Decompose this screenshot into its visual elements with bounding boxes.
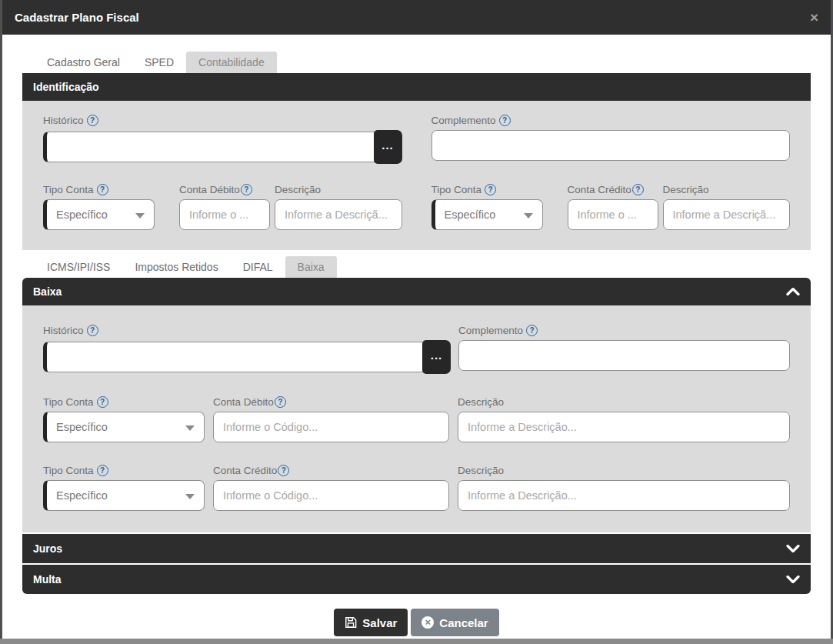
conta-credito-input[interactable]: [568, 199, 658, 230]
complemento-label: Complemento ?: [458, 325, 790, 336]
descricao-label: Descrição: [663, 184, 791, 195]
multa-header-label: Multa: [33, 573, 62, 586]
baixa-descricao-debito-input[interactable]: [458, 412, 790, 442]
multa-header[interactable]: Multa: [22, 565, 811, 594]
tab-baixa[interactable]: Baixa: [285, 256, 337, 278]
help-icon[interactable]: ?: [485, 184, 496, 195]
historico-lookup-button[interactable]: ...: [374, 130, 402, 164]
juros-header[interactable]: Juros: [22, 534, 811, 563]
baixa-header[interactable]: Baixa: [22, 278, 811, 305]
tab-impostos-retidos[interactable]: Impostos Retidos: [122, 256, 230, 278]
help-icon[interactable]: ?: [97, 396, 108, 408]
chevron-down-icon: [185, 425, 195, 431]
baixa-historico-field: Histórico ? ...: [43, 325, 451, 374]
identificacao-debito-group: Tipo Conta ? Específico Conta: [43, 184, 402, 230]
help-icon[interactable]: ?: [87, 115, 98, 126]
chevron-down-icon[interactable]: [786, 545, 800, 552]
descricao-label: Descrição: [275, 184, 402, 195]
save-icon: [345, 616, 357, 629]
baixa-accordion: Baixa Histórico ?: [22, 278, 811, 532]
tipo-conta-label: Tipo Conta ?: [43, 184, 155, 195]
modal-body: Cadastro Geral SPED Contabilidade Identi…: [2, 35, 831, 636]
help-icon[interactable]: ?: [241, 184, 252, 195]
baixa-historico-lookup-button[interactable]: ...: [422, 340, 451, 374]
tipo-conta-credito-select[interactable]: Específico: [431, 199, 543, 230]
tipo-conta-label: Tipo Conta ?: [43, 465, 205, 476]
modal-title: Cadastrar Plano Fiscal: [15, 11, 139, 24]
identificacao-historico-field: Histórico ? ...: [43, 115, 402, 164]
historico-label: Histórico ?: [43, 325, 451, 336]
tab-icms-ipi-iss[interactable]: ICMS/IPI/ISS: [35, 256, 122, 278]
historico-input[interactable]: [43, 132, 376, 162]
conta-debito-label: Conta Débito ?: [213, 396, 449, 408]
tipo-conta-label: Tipo Conta ?: [43, 396, 205, 408]
baixa-debito-row: Tipo Conta ? Específico Conta Débito: [43, 396, 790, 442]
complemento-label: Complemento ?: [431, 115, 791, 126]
page-bottom-strip: [0, 639, 833, 644]
conta-debito-input[interactable]: [179, 199, 270, 230]
cadastrar-plano-fiscal-modal: Cadastrar Plano Fiscal × Cadastro Geral …: [2, 0, 831, 639]
modal-overlay: Cadastrar Plano Fiscal × Cadastro Geral …: [0, 0, 833, 644]
tab-cadastro-geral[interactable]: Cadastro Geral: [35, 52, 132, 73]
conta-debito-label: Conta Débito ?: [179, 184, 270, 195]
descricao-debito-input[interactable]: [275, 199, 402, 230]
baixa-complemento-field: Complemento ?: [458, 325, 790, 374]
help-icon[interactable]: ?: [275, 396, 286, 408]
tipo-conta-label: Tipo Conta ?: [431, 184, 543, 195]
help-icon[interactable]: ?: [97, 184, 108, 195]
sub-tabs: ICMS/IPI/ISS Impostos Retidos DIFAL Baix…: [35, 256, 811, 278]
help-icon[interactable]: ?: [87, 325, 98, 336]
help-icon[interactable]: ?: [632, 184, 644, 195]
identificacao-credito-group: Tipo Conta ? Específico Conta: [431, 184, 791, 230]
cancel-button-label: Cancelar: [439, 616, 488, 629]
baixa-descricao-credito-input[interactable]: [458, 480, 790, 511]
chevron-down-icon[interactable]: [786, 576, 800, 583]
descricao-label: Descrição: [458, 396, 790, 408]
conta-credito-label: Conta Crédito ?: [568, 184, 658, 195]
modal-titlebar: Cadastrar Plano Fiscal ×: [2, 0, 831, 35]
juros-header-label: Juros: [33, 542, 62, 555]
baixa-body: Histórico ? ... Complemento ?: [22, 305, 811, 532]
baixa-complemento-input[interactable]: [458, 340, 790, 371]
save-button[interactable]: Salvar: [334, 609, 408, 636]
close-icon[interactable]: ×: [810, 10, 818, 25]
identificacao-panel: Identificação Histórico ? ...: [22, 73, 811, 250]
tab-difal[interactable]: DIFAL: [231, 256, 285, 278]
chevron-down-icon: [524, 213, 533, 219]
baixa-tipo-conta-credito-select[interactable]: Específico: [43, 480, 205, 511]
help-icon[interactable]: ?: [278, 465, 289, 476]
identificacao-header-label: Identificação: [33, 81, 99, 93]
help-icon[interactable]: ?: [526, 325, 538, 336]
help-icon[interactable]: ?: [97, 465, 108, 476]
chevron-down-icon: [135, 213, 145, 219]
baixa-credito-row: Tipo Conta ? Específico Conta Crédito: [43, 465, 790, 511]
identificacao-header: Identificação: [22, 73, 811, 101]
save-button-label: Salvar: [362, 616, 397, 629]
main-tabs: Cadastro Geral SPED Contabilidade: [35, 52, 811, 73]
help-icon[interactable]: ?: [499, 115, 511, 126]
complemento-input[interactable]: [431, 130, 791, 161]
identificacao-complemento-field: Complemento ?: [431, 115, 791, 164]
descricao-credito-input[interactable]: [663, 199, 791, 230]
cancel-button[interactable]: × Cancelar: [411, 609, 498, 636]
baixa-historico-input[interactable]: [43, 342, 425, 372]
baixa-tipo-conta-debito-select[interactable]: Específico: [43, 412, 205, 442]
tab-contabilidade[interactable]: Contabilidade: [186, 52, 277, 73]
descricao-label: Descrição: [458, 465, 790, 476]
modal-footer: Salvar × Cancelar: [22, 609, 811, 636]
tab-sped[interactable]: SPED: [132, 52, 186, 73]
chevron-up-icon[interactable]: [786, 288, 800, 295]
identificacao-body: Histórico ? ... Complemento ?: [22, 101, 811, 250]
cancel-icon: ×: [421, 616, 434, 629]
baixa-conta-debito-input[interactable]: [213, 412, 449, 442]
conta-credito-label: Conta Crédito ?: [213, 465, 449, 476]
chevron-down-icon: [185, 494, 195, 499]
baixa-header-label: Baixa: [33, 285, 62, 298]
tipo-conta-debito-select[interactable]: Específico: [43, 199, 155, 230]
historico-label: Histórico ?: [43, 115, 402, 126]
baixa-conta-credito-input[interactable]: [213, 480, 449, 511]
